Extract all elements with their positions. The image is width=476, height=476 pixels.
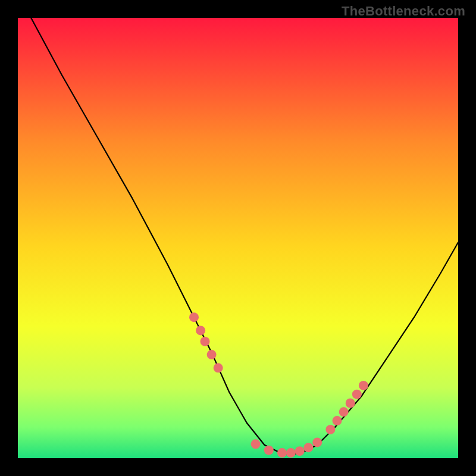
data-dot — [359, 381, 368, 390]
data-dot — [312, 437, 322, 447]
chart-stage: TheBottleneck.com — [0, 0, 476, 476]
data-dot — [295, 446, 305, 456]
data-dot — [352, 390, 362, 399]
watermark-text: TheBottleneck.com — [342, 4, 465, 19]
data-dot — [286, 448, 296, 458]
data-dot — [207, 350, 217, 359]
bottleneck-chart — [0, 0, 476, 476]
data-dot — [264, 446, 274, 455]
data-dot — [303, 443, 313, 452]
data-dot — [333, 416, 342, 425]
data-dot — [196, 325, 205, 335]
data-dot — [214, 363, 223, 372]
data-dot — [251, 439, 261, 449]
data-dot — [339, 407, 349, 416]
data-dot — [325, 425, 335, 434]
data-dot — [277, 448, 287, 458]
data-dot — [201, 337, 210, 346]
data-dot — [189, 312, 199, 322]
plot-background — [18, 18, 458, 458]
data-dot — [346, 399, 355, 408]
